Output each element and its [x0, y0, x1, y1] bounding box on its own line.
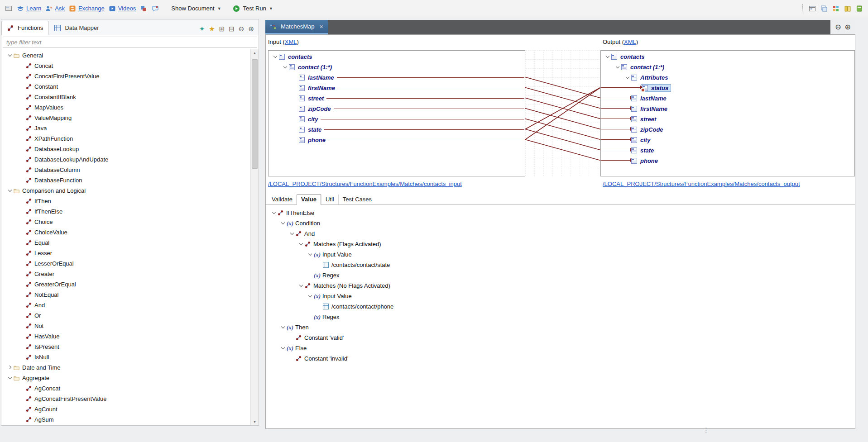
- expr-node-input-value[interactable]: (x) Input Value: [269, 291, 851, 301]
- chevron-down-icon[interactable]: [307, 251, 314, 258]
- close-tab-icon[interactable]: ×: [319, 23, 323, 30]
- xml-node-lastname[interactable]: lastName: [269, 72, 525, 83]
- function-item[interactable]: Concat: [1, 61, 250, 71]
- output-xml-link[interactable]: XML: [624, 38, 636, 45]
- minimize-panel-icon[interactable]: ⊖: [239, 25, 245, 32]
- filter-input[interactable]: [3, 37, 257, 48]
- minimize-view-button[interactable]: ⊖: [835, 24, 841, 31]
- expr-node-then[interactable]: (x) Then: [269, 322, 851, 333]
- function-item[interactable]: DatabaseLookup: [1, 144, 250, 154]
- test-run-button[interactable]: Test Run ▼: [232, 5, 273, 13]
- function-category-row[interactable]: Date and Time: [1, 362, 250, 373]
- xml-node-state[interactable]: state: [269, 124, 525, 135]
- chevron-down-icon[interactable]: [7, 187, 14, 194]
- maximize-view-button[interactable]: ⊕: [845, 24, 851, 31]
- function-item[interactable]: ConstantIfBlank: [1, 92, 250, 102]
- favorites-icon[interactable]: ★: [209, 25, 215, 32]
- bottom-tab-util[interactable]: Util: [321, 195, 338, 204]
- function-item[interactable]: And: [1, 300, 250, 310]
- show-document-dropdown[interactable]: Show Document ▼: [171, 5, 221, 12]
- feedback-icon[interactable]: [151, 5, 159, 13]
- function-item[interactable]: IfThen: [1, 196, 250, 206]
- function-item[interactable]: Equal: [1, 238, 250, 248]
- chevron-down-icon[interactable]: [271, 209, 278, 216]
- chevron-down-icon[interactable]: [298, 241, 305, 247]
- xml-node-zipcode[interactable]: zipCode: [269, 104, 525, 114]
- chevron-down-icon[interactable]: [282, 64, 289, 71]
- ask-link[interactable]: Ask: [55, 5, 65, 12]
- tab-data-mapper[interactable]: Data Mapper: [49, 21, 104, 35]
- bottom-tab-validate[interactable]: Validate: [268, 195, 297, 204]
- function-item[interactable]: Choice: [1, 217, 250, 227]
- xml-node-lastname[interactable]: lastName: [601, 93, 854, 104]
- green-guide-icon[interactable]: [855, 5, 863, 13]
- scrollbar-thumb[interactable]: [252, 59, 258, 169]
- xml-node-contacts[interactable]: contacts: [601, 52, 854, 62]
- chevron-down-icon[interactable]: [280, 345, 287, 352]
- expr-node-matches-flags-activated[interactable]: Matches (Flags Activated): [269, 239, 851, 249]
- expr-node-input-value[interactable]: (x) Input Value: [269, 249, 851, 260]
- expr-node-regex[interactable]: (x) Regex: [269, 312, 851, 322]
- function-item[interactable]: Constant: [1, 81, 250, 92]
- function-item[interactable]: ChoiceValue: [1, 227, 250, 238]
- layers-icon[interactable]: [820, 5, 828, 13]
- chevron-down-icon[interactable]: [604, 53, 611, 60]
- learn-link[interactable]: Learn: [26, 5, 41, 12]
- function-item[interactable]: Java: [1, 123, 250, 133]
- expr-node-else[interactable]: (x) Else: [269, 343, 851, 353]
- expr-node-contacts-contact-state[interactable]: /contacts/contact/state: [269, 260, 851, 270]
- function-item[interactable]: IsPresent: [1, 342, 250, 352]
- output-structure-link[interactable]: /LOCAL_PROJECT/Structures/FunctionExampl…: [603, 181, 800, 187]
- xml-node-street[interactable]: street: [269, 93, 525, 104]
- function-item[interactable]: HasValue: [1, 331, 250, 342]
- expr-node-ifthenelse[interactable]: IfThenElse: [269, 208, 851, 218]
- xml-node-contacts[interactable]: contacts: [269, 52, 525, 62]
- function-item[interactable]: XPathFunction: [1, 133, 250, 144]
- input-xml-link[interactable]: XML: [285, 38, 297, 45]
- workspace-icon[interactable]: [5, 5, 13, 13]
- yellow-guide-icon[interactable]: [844, 5, 852, 13]
- bottom-tab-value[interactable]: Value: [297, 194, 321, 205]
- function-item[interactable]: DatabaseFunction: [1, 175, 250, 185]
- function-item[interactable]: IfThenElse: [1, 206, 250, 217]
- chevron-down-icon[interactable]: [614, 64, 621, 71]
- share-icon[interactable]: [139, 5, 148, 13]
- function-item[interactable]: DatabaseLookupAndUpdate: [1, 154, 250, 165]
- xml-node-firstname[interactable]: firstName: [601, 104, 854, 114]
- expr-node-regex[interactable]: (x) Regex: [269, 270, 851, 280]
- expr-node-contacts-contact-phone[interactable]: /contacts/contact/phone: [269, 301, 851, 312]
- chevron-down-icon[interactable]: [280, 220, 287, 227]
- exchange-link[interactable]: Exchange: [78, 5, 105, 12]
- xml-node-city[interactable]: city: [269, 114, 525, 124]
- chevron-down-icon[interactable]: [298, 282, 305, 289]
- expr-node-matches-no-flags-activated[interactable]: Matches (No Flags Activated): [269, 280, 851, 291]
- collapse-all-icon[interactable]: ⊟: [229, 25, 235, 32]
- function-item[interactable]: NotEqual: [1, 290, 250, 300]
- expr-node-condition[interactable]: (x) Condition: [269, 218, 851, 228]
- open-perspective-icon[interactable]: [808, 5, 816, 13]
- chevron-down-icon[interactable]: [307, 293, 314, 299]
- scrollbar-down-arrow[interactable]: ▼: [251, 418, 259, 425]
- function-item[interactable]: Lesser: [1, 248, 250, 258]
- function-item[interactable]: AgSum: [1, 414, 250, 425]
- expr-node-constant-valid[interactable]: Constant 'valid': [269, 333, 851, 343]
- videos-link[interactable]: Videos: [118, 5, 136, 12]
- function-category-row[interactable]: Comparison and Logical: [1, 185, 250, 196]
- expr-node-and[interactable]: And: [269, 228, 851, 239]
- xml-node-firstname[interactable]: firstName: [269, 83, 525, 93]
- add-function-icon[interactable]: ✦: [199, 25, 205, 32]
- chevron-down-icon[interactable]: [272, 53, 279, 60]
- xml-node-phone[interactable]: phone: [269, 135, 525, 145]
- resize-grip[interactable]: ⋮: [703, 426, 710, 434]
- function-category-row[interactable]: General: [1, 50, 250, 61]
- xml-node-attributes[interactable]: Attributes: [601, 72, 854, 83]
- function-item[interactable]: GreaterOrEqual: [1, 279, 250, 290]
- expand-all-icon[interactable]: ⊞: [219, 25, 225, 32]
- function-item[interactable]: AgCount: [1, 404, 250, 414]
- xml-node-state[interactable]: state: [601, 145, 854, 156]
- function-item[interactable]: Or: [1, 310, 250, 321]
- function-item[interactable]: DatabaseColumn: [1, 165, 250, 175]
- expr-node-constant-invalid[interactable]: Constant 'invalid': [269, 353, 851, 364]
- xml-node-zipcode[interactable]: zipCode: [601, 124, 854, 135]
- function-category-row[interactable]: Aggregate: [1, 373, 250, 383]
